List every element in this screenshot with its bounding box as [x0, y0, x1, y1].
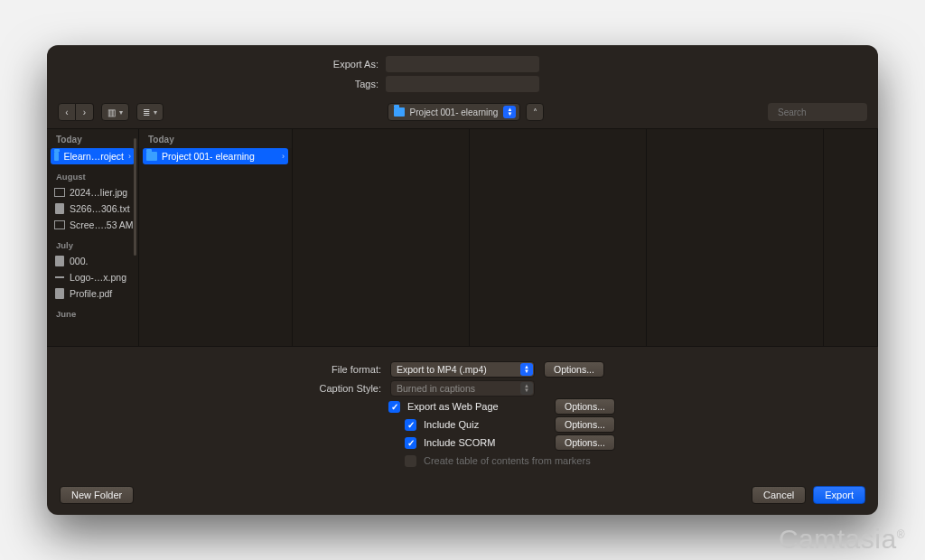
cancel-button[interactable]: Cancel: [752, 486, 806, 504]
group-header: June: [47, 302, 138, 322]
stepper-icon: ▲▼: [520, 363, 533, 376]
stepper-icon: ▲▼: [520, 382, 533, 395]
sidebar-item[interactable]: Profile.pdf: [47, 285, 138, 302]
caption-style-value: Burned in captions: [397, 383, 475, 394]
item-label: Scree….53 AM: [70, 219, 134, 230]
column-browser: Today Elearn…roject › August 2024…lier.j…: [47, 128, 878, 347]
image-icon: [54, 188, 65, 197]
group-by-button[interactable]: ≣▾: [136, 103, 164, 121]
folder-icon: [394, 107, 405, 117]
path-popup-button[interactable]: Project 001- elearning ▲▼: [388, 103, 521, 121]
export-web-page-checkbox[interactable]: ✓: [388, 401, 400, 413]
export-as-input[interactable]: [386, 56, 539, 72]
list-icon: ≣: [143, 107, 150, 117]
group-header: July: [47, 233, 138, 253]
search-input[interactable]: [778, 107, 878, 117]
export-as-label: Export As:: [80, 59, 378, 70]
sidebar-scroll[interactable]: Today Elearn…roject › August 2024…lier.j…: [47, 129, 138, 346]
empty-column: [470, 129, 647, 346]
group-header: Today: [47, 129, 138, 148]
file-format-value: Export to MP4 (.mp4): [397, 364, 487, 375]
path-label: Project 001- elearning: [410, 107, 499, 117]
file-icon: [55, 203, 64, 214]
file-icon: [55, 288, 64, 299]
file-format-select[interactable]: Export to MP4 (.mp4) ▲▼: [390, 361, 535, 378]
export-sheet: Export As: Tags: ‹ › ▥▾ ≣▾ Project 001- …: [47, 45, 878, 515]
header-fields: Export As: Tags:: [47, 45, 878, 99]
nav-forward-button[interactable]: ›: [76, 103, 94, 121]
enclosing-folder-button[interactable]: ˄: [526, 103, 544, 121]
file-icon: [55, 256, 64, 266]
quiz-options-button[interactable]: Options...: [555, 416, 615, 433]
file-format-options-button[interactable]: Options...: [544, 361, 604, 378]
stepper-icon: ▲▼: [503, 106, 516, 118]
folder-item[interactable]: Project 001- elearning ›: [143, 148, 288, 164]
item-label: 000.: [70, 256, 88, 266]
empty-column: [647, 129, 824, 346]
empty-column: [293, 129, 470, 346]
item-label: Project 001- elearning: [162, 151, 255, 162]
image-icon: [54, 220, 65, 229]
item-label: 2024…lier.jpg: [70, 187, 127, 198]
folder-column: Today Project 001- elearning ›: [139, 129, 293, 346]
toc-checkbox: [405, 455, 416, 467]
item-label: Elearn…roject: [63, 151, 124, 162]
format-pane: File format: Export to MP4 (.mp4) ▲▼ Opt…: [47, 347, 878, 477]
camtasia-watermark: Camtasia®: [779, 524, 905, 555]
search-field[interactable]: [768, 103, 867, 121]
columns-icon: ▥: [107, 107, 116, 117]
view-columns-button[interactable]: ▥▾: [101, 103, 129, 121]
file-format-label: File format:: [47, 364, 381, 375]
sidebar-item[interactable]: 2024…lier.jpg: [47, 184, 138, 201]
item-label: Logo-…x.png: [70, 272, 126, 283]
tags-label: Tags:: [80, 79, 378, 89]
empty-column: [824, 129, 878, 346]
sidebar-item[interactable]: Elearn…roject ›: [51, 148, 135, 164]
nav-back-forward: ‹ ›: [58, 103, 94, 121]
caption-style-label: Caption Style:: [47, 383, 381, 394]
include-quiz-label: Include Quiz: [424, 419, 547, 430]
include-scorm-checkbox[interactable]: ✓: [405, 437, 416, 449]
sidebar-column: Today Elearn…roject › August 2024…lier.j…: [47, 129, 139, 346]
folder-icon: [54, 152, 59, 161]
sidebar-item[interactable]: 000.: [47, 253, 138, 269]
toc-label: Create table of contents from markers: [424, 455, 591, 466]
scorm-options-button[interactable]: Options...: [555, 434, 615, 451]
group-header: August: [47, 164, 138, 184]
tags-input[interactable]: [386, 76, 539, 92]
finder-toolbar: ‹ › ▥▾ ≣▾ Project 001- elearning ▲▼ ˄: [47, 99, 878, 128]
include-scorm-label: Include SCORM: [424, 437, 547, 448]
dash-icon: [55, 276, 64, 278]
export-web-page-label: Export as Web Page: [407, 401, 547, 412]
group-header: Today: [139, 129, 292, 148]
chevron-right-icon: ›: [282, 152, 285, 161]
scrollbar[interactable]: [134, 138, 136, 256]
export-button[interactable]: Export: [813, 486, 865, 504]
bottom-bar: New Folder Cancel Export: [47, 477, 878, 515]
item-label: Profile.pdf: [70, 288, 112, 299]
path-control: Project 001- elearning ▲▼ ˄: [388, 103, 545, 121]
sidebar-item[interactable]: S266…306.txt: [47, 201, 138, 217]
chevron-down-icon: ▾: [119, 108, 123, 117]
nav-back-button[interactable]: ‹: [58, 103, 76, 121]
new-folder-button[interactable]: New Folder: [60, 486, 134, 504]
include-quiz-checkbox[interactable]: ✓: [405, 419, 416, 431]
sidebar-item[interactable]: Logo-…x.png: [47, 269, 138, 285]
sidebar-item[interactable]: Scree….53 AM: [47, 217, 138, 233]
caption-style-select: Burned in captions ▲▼: [390, 380, 535, 397]
chevron-down-icon: ▾: [154, 108, 157, 117]
folder-icon: [146, 152, 157, 161]
chevron-right-icon: ›: [128, 152, 131, 161]
web-page-options-button[interactable]: Options...: [555, 398, 615, 415]
item-label: S266…306.txt: [70, 203, 130, 214]
